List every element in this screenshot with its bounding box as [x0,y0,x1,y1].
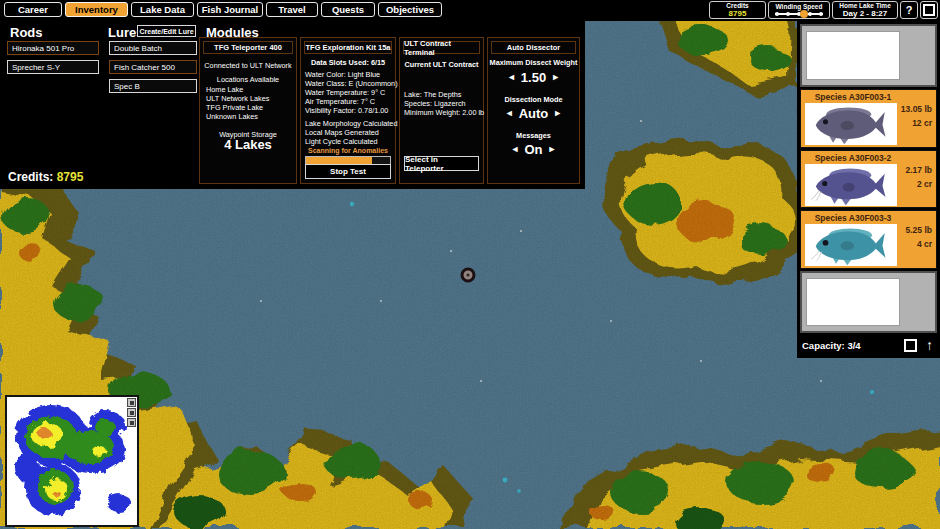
tab-career[interactable]: Career [4,2,62,17]
stat-water-class: Water Class: E (Uncommon) [305,79,398,88]
tab-inventory[interactable]: Inventory [65,2,128,17]
window-icon [923,4,935,16]
dissect-weight-stepper: ◄1.50► [488,68,579,86]
home-lake-time-hud: Home Lake Time Day 2 - 8:27 [832,1,898,19]
home-lake-time-value: Day 2 - 8:27 [843,9,887,18]
calc-light-cycle: Light Cycle Calculated [305,137,378,146]
stop-test-button[interactable]: Stop Test [305,164,391,179]
create-edit-lure-button[interactable]: Create/Edit Lure [137,25,196,37]
teleporter-status: Connected to ULT Network [200,61,296,70]
stat-water-color: Water Color: Light Blue [305,70,380,79]
credits-display: Credits: 8795 [8,170,83,184]
fish-card-1[interactable]: Species A30F003-1 13.05 lb 12 cr [800,89,937,148]
fish-name: Species A30F003-1 [801,92,905,102]
fish-weight: 13.05 lb [901,104,932,114]
tab-fish-journal[interactable]: Fish Journal [197,2,263,17]
calc-local-maps: Local Maps Generated [305,128,379,137]
data-slots-used: Data Slots Used: 6/15 [301,58,395,67]
scan-progress-fill [306,157,372,164]
messages-label: Messages [488,131,579,140]
dissection-mode-value: Auto [519,106,549,121]
stat-water-temperature: Water Temperature: 9° C [305,88,385,97]
slider-tick [775,12,779,16]
winding-speed-label: Winding Speed [776,3,823,10]
weight-decrease-arrow[interactable]: ◄ [507,72,516,82]
fish-credits: 2 cr [917,179,932,189]
hud-group: Credits 8795 Winding Speed Home Lake Tim… [709,1,938,19]
capacity-bar: Capacity: 3/4 ↑ [800,335,937,355]
tab-objectives[interactable]: Objectives [378,2,442,17]
fish-weight: 2.17 lb [906,165,932,175]
rods-header: Rods [10,25,43,40]
minimap-control-icon[interactable] [127,408,136,417]
capacity-label: Capacity: 3/4 [800,340,904,351]
rod-sprecher-s-y[interactable]: Sprecher S-Y [7,60,99,74]
contract-lake: Lake: The Depths [404,90,461,99]
waypoint-storage-value: 4 Lakes [200,140,296,149]
fish-name: Species A30F003-2 [801,153,905,163]
collapse-arrow-icon[interactable]: ↑ [926,338,933,352]
minimap-control-icon[interactable] [127,418,136,427]
lure-spec-b[interactable]: Spec B [109,79,197,93]
stat-air-temperature: Air Temperature: 7° C [305,97,375,106]
empty-slot-image-box [806,278,900,326]
fish-weight: 5.25 lb [906,225,932,235]
lure-double-batch[interactable]: Double Batch [109,41,197,55]
select-in-teleporter-button[interactable]: Select in Teleporter [404,156,479,171]
weight-increase-arrow[interactable]: ► [551,72,560,82]
mode-next-arrow[interactable]: ► [553,108,562,118]
fish-name: Species A30F003-3 [801,213,905,223]
location-item: ULT Network Lakes [206,94,269,103]
minimap-controls [127,398,136,427]
dissect-weight-label: Maximum Dissect Weight [488,58,579,67]
catch-sidebar: Species A30F003-1 13.05 lb 12 cr Species… [797,21,940,358]
winding-speed-slider[interactable] [775,10,823,18]
top-menu-bar: Career Inventory Lake Data Fish Journal … [0,0,940,21]
credits-hud-value: 8795 [729,9,747,18]
fish-credits: 12 cr [912,118,932,128]
locations-header: Locations Available [200,75,296,84]
auto-dissector-title: Auto Dissector [491,41,576,54]
fish-card-2[interactable]: Species A30F003-2 2.17 lb 2 [800,150,937,209]
game-screen: Career Inventory Lake Data Fish Journal … [0,0,940,529]
depth-minimap[interactable] [5,395,139,527]
messages-stepper: ◄On► [488,140,579,158]
rod-hironaka-501-pro[interactable]: Hironaka 501 Pro [7,41,99,55]
slider-tick [819,12,823,16]
slider-tick [786,12,790,16]
calc-morphology: Lake Morphology Calculated [305,119,397,128]
help-button[interactable]: ? [900,1,918,19]
store-all-icon[interactable] [904,339,917,352]
current-contract-header: Current ULT Contract [400,60,483,69]
credits-value: 8795 [57,170,84,184]
dissection-mode-stepper: ◄Auto► [488,104,579,122]
minimap-control-icon[interactable] [127,398,136,407]
window-mode-button[interactable] [920,1,938,19]
empty-slot-image-box [806,31,900,80]
lure-fish-catcher-500[interactable]: Fish Catcher 500 [109,60,197,74]
dissection-mode-label: Dissection Mode [488,95,579,104]
tab-travel[interactable]: Travel [266,2,318,17]
location-item: Unknown Lakes [206,112,258,121]
module-contract-terminal: ULT Contract Terminal Current ULT Contra… [399,37,484,184]
module-auto-dissector: Auto Dissector Maximum Dissect Weight ◄1… [487,37,580,184]
messages-previous-arrow[interactable]: ◄ [511,144,520,154]
fish-illustration [805,103,897,145]
credits-hud-label: Credits [726,2,748,9]
credits-hud: Credits 8795 [709,1,766,19]
empty-catch-slot[interactable] [800,24,937,87]
slider-handle[interactable] [800,10,808,18]
mode-previous-arrow[interactable]: ◄ [505,108,514,118]
tab-quests[interactable]: Quests [321,2,375,17]
tab-lake-data[interactable]: Lake Data [131,2,194,17]
dissect-weight-value: 1.50 [521,70,546,85]
home-lake-time-label: Home Lake Time [839,2,891,9]
fish-card-3[interactable]: Species A30F003-3 5.25 lb 4 [800,210,937,269]
module-teleporter: TFG Teleporter 400 Connected to ULT Netw… [199,37,297,184]
fish-illustration [805,224,897,266]
empty-catch-slot[interactable] [800,271,937,333]
contract-minimum-weight: Minimum Weight: 2.00 lb [404,108,484,117]
messages-next-arrow[interactable]: ► [548,144,557,154]
depth-map-image [7,397,133,521]
menu-tabs: Career Inventory Lake Data Fish Journal … [4,2,442,17]
